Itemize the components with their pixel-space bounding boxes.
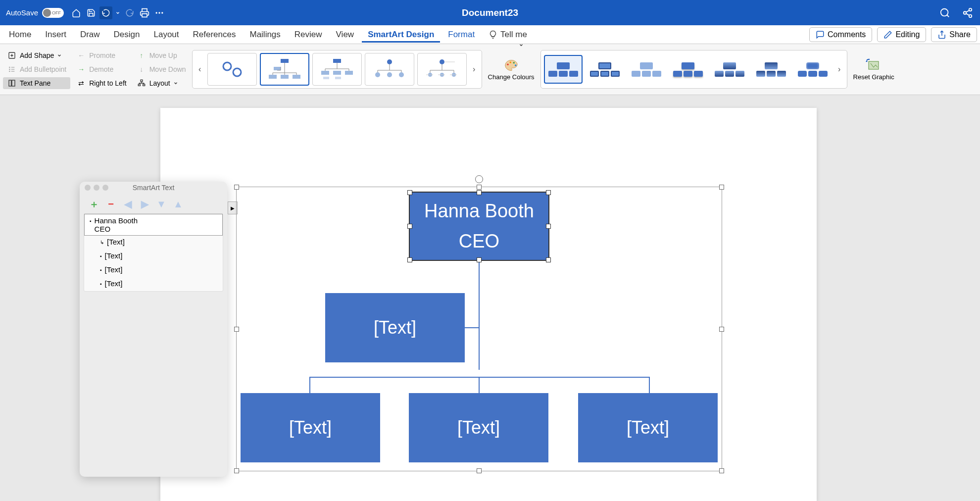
org-node-child[interactable]: [Text]	[241, 393, 380, 462]
window-close-icon[interactable]	[85, 185, 91, 191]
tab-review[interactable]: Review	[289, 27, 328, 43]
gallery-next-icon[interactable]: ›	[470, 65, 479, 74]
org-node-child[interactable]: [Text]	[578, 393, 718, 462]
more-icon[interactable]	[153, 6, 166, 19]
text-pane-button[interactable]: Text Pane	[3, 77, 70, 89]
svg-rect-15	[143, 84, 145, 86]
resize-handle[interactable]	[234, 468, 239, 473]
undo-dropdown-icon[interactable]	[114, 6, 121, 19]
rotate-handle[interactable]	[475, 175, 483, 183]
styles-next-icon[interactable]: ›	[835, 65, 844, 74]
window-zoom-icon[interactable]	[102, 185, 108, 191]
connector	[309, 377, 310, 393]
move-down-button: ↓Move Down	[133, 63, 190, 75]
node-handle[interactable]	[407, 224, 412, 229]
svg-rect-40	[869, 61, 879, 69]
style-option-3[interactable]	[627, 55, 666, 84]
list-item[interactable]: ▪Hanna BoothCEO	[84, 214, 223, 236]
smartart-selection-frame[interactable]: Hanna Booth CEO [Text] [Text] [Text] [Te…	[236, 187, 722, 471]
node-handle[interactable]	[546, 257, 551, 262]
node-handle[interactable]	[407, 190, 412, 195]
autosave-toggle[interactable]: OFF	[42, 8, 64, 18]
share-button[interactable]: Share	[931, 27, 977, 42]
resize-handle[interactable]	[719, 185, 724, 190]
resize-handle[interactable]	[477, 468, 482, 473]
window-minimize-icon[interactable]	[94, 185, 99, 191]
promote-icon[interactable]: ◀	[122, 199, 133, 209]
layout-option-4[interactable]	[365, 53, 414, 86]
tab-smartart-design[interactable]: SmartArt Design	[362, 27, 440, 43]
node-handle[interactable]	[546, 224, 551, 229]
reset-graphic-button[interactable]: Reset Graphic	[849, 58, 898, 81]
home-icon[interactable]	[70, 6, 83, 19]
tab-references[interactable]: References	[187, 27, 242, 43]
add-shape-button[interactable]: Add Shape	[3, 50, 70, 61]
svg-rect-14	[138, 84, 140, 86]
remove-item-icon[interactable]: −	[105, 199, 116, 209]
node-handle[interactable]	[477, 190, 482, 195]
style-option-5[interactable]	[710, 55, 749, 84]
style-option-1[interactable]	[544, 55, 583, 84]
print-icon[interactable]	[138, 6, 151, 19]
style-option-4[interactable]	[669, 55, 707, 84]
save-icon[interactable]	[85, 6, 98, 19]
layouts-gallery: ‹ ›	[192, 50, 482, 89]
layout-option-1[interactable]	[207, 53, 257, 86]
tab-layout[interactable]: Layout	[147, 27, 185, 43]
change-colours-button[interactable]: Change Colours	[484, 58, 539, 81]
tab-design[interactable]: Design	[108, 27, 146, 43]
redo-icon[interactable]	[123, 6, 136, 19]
resize-handle[interactable]	[234, 185, 239, 190]
resize-handle[interactable]	[477, 185, 482, 190]
tab-insert[interactable]: Insert	[39, 27, 72, 43]
org-node-child[interactable]: [Text]	[409, 393, 548, 462]
move-up-icon[interactable]: ▲	[173, 199, 184, 209]
tab-draw[interactable]: Draw	[74, 27, 106, 43]
style-option-6[interactable]	[752, 55, 790, 84]
svg-rect-21	[333, 59, 341, 63]
resize-handle[interactable]	[234, 327, 239, 332]
add-item-icon[interactable]: ＋	[89, 199, 99, 209]
node-handle[interactable]	[407, 257, 412, 262]
layout-button[interactable]: Layout	[133, 77, 190, 89]
node-handle[interactable]	[546, 190, 551, 195]
move-down-icon[interactable]: ▼	[156, 199, 167, 209]
style-option-2[interactable]	[586, 55, 624, 84]
list-item[interactable]: ▪[Text]	[84, 277, 223, 291]
list-item[interactable]: ▪[Text]	[84, 250, 223, 263]
gallery-prev-icon[interactable]: ‹	[196, 65, 204, 74]
svg-point-29	[387, 72, 392, 77]
layout-option-2[interactable]	[260, 53, 309, 86]
panel-title: SmartArt Text	[133, 184, 175, 192]
tab-view[interactable]: View	[330, 27, 360, 43]
svg-rect-26	[335, 77, 341, 79]
right-to-left-button[interactable]: ⇄Right to Left	[72, 77, 131, 89]
tell-me[interactable]: Tell me	[483, 27, 533, 43]
resize-handle[interactable]	[719, 468, 724, 473]
org-node-assistant[interactable]: [Text]	[325, 293, 465, 362]
ribbon: Add Shape Add Bulletpoint Text Pane ←Pro…	[0, 44, 980, 95]
layout-icon	[137, 79, 147, 87]
editing-button[interactable]: Editing	[877, 27, 926, 42]
tab-home[interactable]: Home	[3, 27, 37, 43]
svg-point-5	[964, 11, 967, 14]
list-item[interactable]: ▪[Text]	[84, 263, 223, 277]
tab-mailings[interactable]: Mailings	[244, 27, 286, 43]
demote-icon[interactable]: ▶	[139, 199, 150, 209]
tab-format[interactable]: Format	[442, 27, 481, 43]
search-icon[interactable]	[938, 6, 951, 19]
palette-icon	[504, 58, 518, 72]
share-icon	[937, 30, 946, 39]
layout-option-3[interactable]	[312, 53, 362, 86]
share-icon-tb[interactable]	[961, 6, 974, 19]
connector	[309, 377, 650, 378]
resize-handle[interactable]	[719, 327, 724, 332]
node-handle[interactable]	[477, 257, 482, 262]
layout-option-5[interactable]	[417, 53, 467, 86]
style-option-7[interactable]	[793, 55, 832, 84]
chevron-down-icon	[519, 43, 524, 48]
comments-button[interactable]: Comments	[809, 27, 872, 42]
list-item[interactable]: ↳[Text]	[84, 236, 223, 250]
undo-icon[interactable]	[99, 6, 112, 19]
org-node-top[interactable]: Hanna Booth CEO	[409, 192, 549, 261]
